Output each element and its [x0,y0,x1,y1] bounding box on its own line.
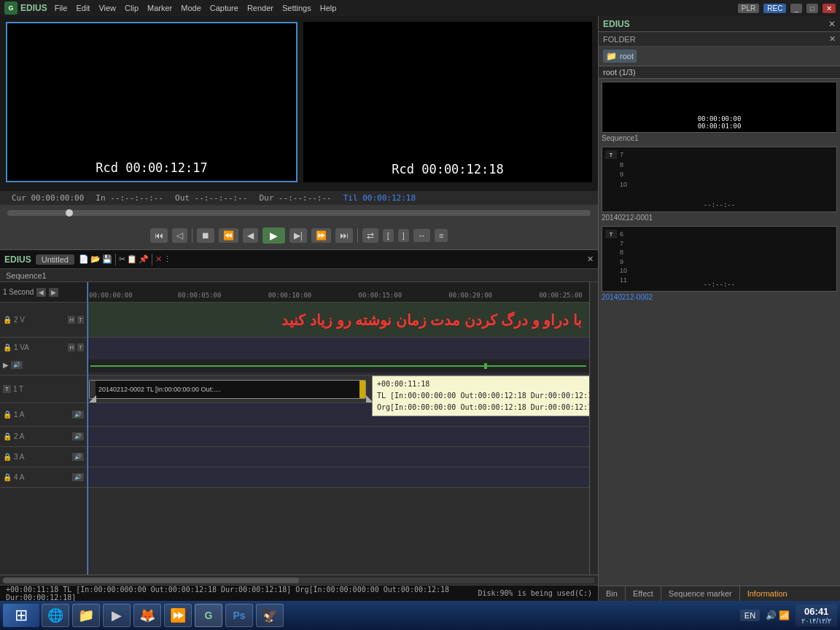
close-button[interactable]: ✕ [822,4,836,13]
transport-loop-btn[interactable]: ⇄ [362,228,378,243]
folder-root-item[interactable]: 📁 root [603,50,637,63]
menu-marker[interactable]: Marker [147,4,172,12]
menu-mode[interactable]: Mode [181,4,201,12]
status-bar: +00:00:11:18 TL [In:00:00:000:00 Out:00:… [0,585,598,601]
transport-prev-btn[interactable]: ◁ [172,228,187,243]
taskbar-ps[interactable]: Ps [225,604,253,627]
menu-capture[interactable]: Capture [210,4,238,12]
track-control-1t: T 1 T [0,376,87,403]
tl-save-btn[interactable]: 💾 [102,254,112,265]
track-4a-audio-btn[interactable]: 🔊 [72,473,84,481]
edius-label: EDIUS [4,254,31,265]
track-1t-content: 20140212-0002 TL [In:00:00:00:00 Out:...… [88,376,589,403]
taskbar-extra[interactable]: 🦅 [256,604,284,627]
left-timecode: Rcd 00:00:12:17 [13,160,290,175]
scrubber-thumb[interactable] [66,209,73,217]
bin-tab-bin[interactable]: Bin [599,586,626,601]
tl-paste-btn[interactable]: 📌 [139,254,149,265]
track-2v-content: با دراو و درگ کردن مدت زمان نوشته رو زیا… [88,303,589,338]
track-2v-extra-btn[interactable]: T [77,316,84,324]
video-monitors: Rcd 00:00:12:17 Rcd 00:00:12:18 [0,16,598,191]
track-1va-expand-btn[interactable]: ▶ [3,361,9,369]
scrubber-bar[interactable] [0,205,598,221]
taskbar-arrow[interactable]: ⏩ [164,604,192,627]
maximize-button[interactable]: □ [806,4,818,13]
tl-copy-btn[interactable]: 📋 [127,254,137,265]
transport-out-btn[interactable]: ⏭ [335,228,353,243]
track-4a-lock-icon: 🔒 [3,473,12,481]
transport-mark-out-btn[interactable]: ] [398,229,409,242]
bin-panel-header: EDIUS ✕ [599,16,840,32]
track-a3-content [88,447,589,467]
timeline-scrollbar-v[interactable] [589,282,598,575]
taskbar-edius[interactable]: G [195,604,222,627]
transport-play-btn[interactable]: ▶ [262,228,285,244]
bin-item-0002[interactable]: T 67891011 --:--:-- 20140212-0002 [602,226,837,303]
bin-panel-close[interactable]: ✕ [828,19,836,29]
track-2v-toggle-btn[interactable]: H [68,316,75,324]
track-2a-audio-btn[interactable]: 🔊 [72,432,84,440]
tl-open-btn[interactable]: 📂 [90,254,101,265]
timeline-container: 1 Second ◀ ▶ 🔒 2 V H T 🔒 1 VA H [0,282,598,575]
taskbar-folder[interactable]: 📁 [72,604,100,627]
track-2v-lock-icon: 🔒 [3,316,12,324]
tooltip-org: Org[In:00:00:00:00 Out:00:00:12:18 Dur:0… [377,402,589,413]
track-control-4a: 🔒 4 A 🔊 [0,467,87,488]
bin-content: 00:00:00:0000:00:01:00 Sequence1 T 78910… [599,79,840,586]
taskbar-media[interactable]: ▶ [103,604,131,627]
track-1a-audio-btn[interactable]: 🔊 [72,411,84,419]
track-1va-toggle-btn[interactable]: H [68,343,75,351]
scale-down-btn[interactable]: ◀ [36,288,46,297]
track-4a-label: 4 A [14,473,70,481]
minimize-button[interactable]: _ [790,4,802,13]
transport-in-btn[interactable]: ⏮ [150,228,168,243]
menu-render[interactable]: Render [247,4,273,12]
taskbar-ie[interactable]: 🌐 [42,604,69,627]
track-2v-label: 2 V [14,316,66,324]
start-icon: ⊞ [15,606,28,625]
title-clip[interactable]: 20140212-0002 TL [In:00:00:00:00 Out:...… [89,380,366,399]
tl-close-btn[interactable]: ✕ [587,254,594,264]
track-1va-audio-btn[interactable]: 🔊 [11,361,23,369]
start-button[interactable]: ⊞ [3,604,39,627]
folder-close-btn[interactable]: ✕ [829,34,836,44]
transport-bar: ⏮ ◁ ⏹ ⏪ ◀ ▶ ▶| ⏩ ⏭ ⇄ [ ] ↔ ≡ [0,221,598,250]
bin-item-sequence1[interactable]: 00:00:00:0000:00:01:00 Sequence1 [602,82,837,144]
track-1va-lock-icon: 🔒 [3,343,12,351]
folder-section: FOLDER ✕ 📁 root [599,32,840,66]
menu-bar: File Edit View Clip Marker Mode Capture … [55,4,337,12]
transport-stop-btn[interactable]: ⏹ [197,228,214,243]
status-left: +00:00:11:18 TL [In:00:00:000:00 Out:00:… [6,586,472,602]
bin-tab-effect[interactable]: Effect [626,586,661,601]
menu-file[interactable]: File [55,4,68,12]
transport-sync-btn[interactable]: ↔ [413,229,430,242]
transport-step-fwd-btn[interactable]: ▶| [289,228,307,243]
tl-delete-btn[interactable]: ✕ [155,254,162,265]
tooltip-time: +00:00:11:18 [377,378,589,390]
clock-time: 06:41 [801,606,831,617]
tl-new-btn[interactable]: 📄 [79,254,89,265]
timeline-scrollbar-h[interactable] [0,575,598,585]
transport-ff-btn[interactable]: ⏩ [311,228,331,243]
taskbar-firefox[interactable]: 🦊 [133,604,161,627]
tl-cut-btn[interactable]: ✂ [119,254,125,265]
transport-step-back-btn[interactable]: ◀ [243,228,258,243]
menu-clip[interactable]: Clip [125,4,139,12]
transport-rew-btn[interactable]: ⏪ [219,228,238,243]
menu-settings[interactable]: Settings [282,4,311,12]
transport-extra-btn[interactable]: ≡ [435,229,448,242]
track-1va-content [88,338,589,376]
menu-edit[interactable]: Edit [76,4,90,12]
bin-item-0001[interactable]: T 78910 --:--:-- 20140212-0001 [602,147,837,223]
menu-view[interactable]: View [98,4,116,12]
track-1va-extra-btn[interactable]: T [77,343,84,351]
track-3a-lock-icon: 🔒 [3,453,12,461]
scale-up-btn[interactable]: ▶ [49,288,58,297]
track-3a-audio-btn[interactable]: 🔊 [72,453,84,461]
bin-tab-sequence-marker[interactable]: Sequence marker [661,586,740,601]
menu-help[interactable]: Help [320,4,337,12]
transport-mark-in-btn[interactable]: [ [383,229,394,242]
folder-label: FOLDER [603,35,829,44]
bin-tab-information[interactable]: Information [740,586,795,601]
tl-split-btn[interactable]: ⋮ [163,254,171,265]
